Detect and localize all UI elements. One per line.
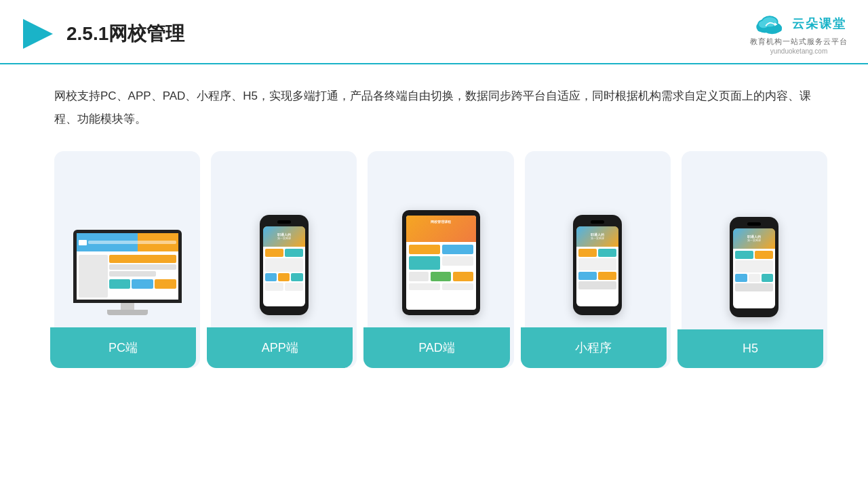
miniapp-phone-mockup: 职通人的 第一堂网课 (570, 215, 625, 315)
phone-block (265, 273, 277, 281)
tablet-row-2 (409, 256, 473, 270)
tablet-block (442, 283, 473, 290)
miniapp-card: 职通人的 第一堂网课 (525, 151, 671, 368)
pc-screen-outer (73, 230, 182, 303)
h5-block (735, 251, 753, 259)
logo-area: 云朵课堂 教育机构一站式服务云平台 yunduoketang.com (750, 12, 848, 55)
h5-phone-screen: 职通人的 第一堂网课 (733, 228, 775, 308)
h5-row-4 (735, 283, 773, 291)
pc-mockup (70, 230, 185, 315)
pc-label: PC端 (50, 327, 196, 368)
h5-screen-header: 职通人的 第一堂网课 (733, 228, 775, 249)
description-text: 网校支持PC、APP、PAD、小程序、H5，实现多端打通，产品各终端自由切换，数… (54, 85, 827, 131)
phone-row-3 (265, 273, 303, 281)
miniapp-block (578, 281, 616, 289)
phone-screen-body (263, 247, 305, 294)
page-header: 2.5.1网校管理 云朵课堂 教育机构一站式服务云平台 yunduoketang… (0, 0, 868, 64)
pad-image-area: 网校管理课程 (376, 165, 505, 315)
pc-card: PC端 (54, 151, 200, 368)
phone-row-2 (265, 258, 303, 272)
main-content: 网校支持PC、APP、PAD、小程序、H5，实现多端打通，产品各终端自由切换，数… (0, 64, 868, 382)
tablet-block (431, 272, 451, 281)
tablet-block (409, 245, 440, 254)
h5-screen-body (733, 249, 775, 295)
tablet-row-3 (409, 272, 473, 281)
logo-name: 云朵课堂 (792, 16, 846, 32)
logo-cloud: 云朵课堂 (751, 12, 846, 35)
h5-label: H5 (677, 329, 823, 368)
miniapp-row-1 (578, 249, 616, 257)
h5-phone-outer: 职通人的 第一堂网课 (730, 217, 778, 317)
pad-card: 网校管理课程 (368, 151, 513, 368)
h5-card: 职通人的 第一堂网课 (682, 151, 827, 368)
pc-image-area (62, 165, 192, 315)
tablet-screen: 网校管理课程 (406, 216, 476, 310)
miniapp-block (598, 272, 616, 280)
miniapp-phone-notch (591, 220, 604, 224)
h5-row-1 (735, 251, 773, 259)
tablet-block (442, 256, 473, 266)
phone-block (285, 249, 303, 257)
h5-block (735, 283, 773, 291)
h5-phone-notch (747, 222, 761, 226)
miniapp-block (578, 249, 597, 257)
logo-url: yunduoketang.com (770, 47, 828, 55)
h5-block (735, 274, 747, 282)
header-left: 2.5.1网校管理 (20, 16, 184, 52)
pc-neck (121, 303, 134, 310)
phone-block (265, 249, 283, 257)
tablet-block (409, 283, 440, 290)
miniapp-block (598, 249, 616, 257)
tablet-row-4 (409, 283, 473, 290)
phone-block (265, 258, 303, 272)
miniapp-phone-outer: 职通人的 第一堂网课 (573, 215, 622, 315)
app-image-area: 职通人的 第一堂网课 (219, 165, 349, 315)
play-icon (20, 16, 56, 52)
app-phone-mockup: 职通人的 第一堂网课 (257, 215, 311, 315)
miniapp-block (578, 272, 597, 280)
pad-label: PAD端 (363, 327, 509, 368)
miniapp-screen-header: 职通人的 第一堂网课 (576, 226, 618, 247)
pc-base (107, 310, 148, 315)
tablet-block (409, 272, 429, 281)
cloud-icon (751, 12, 788, 35)
miniapp-phone-screen: 职通人的 第一堂网课 (576, 226, 618, 306)
h5-row-3 (735, 274, 773, 282)
device-cards-container: PC端 职通人的 第一堂网课 (54, 151, 827, 368)
tablet-header: 网校管理课程 (406, 216, 476, 242)
h5-block (755, 251, 773, 259)
phone-block (291, 273, 302, 281)
phone-notch (277, 220, 291, 224)
phone-screen: 职通人的 第一堂网课 (263, 226, 305, 306)
h5-row-2 (735, 260, 773, 272)
page-title: 2.5.1网校管理 (66, 21, 184, 47)
phone-block (265, 283, 283, 291)
phone-row-4 (265, 283, 303, 291)
miniapp-screen-body (576, 247, 618, 293)
miniapp-row-3 (578, 272, 616, 280)
app-label: APP端 (207, 327, 353, 368)
phone-screen-header: 职通人的 第一堂网课 (263, 226, 305, 247)
pc-screen-content (77, 233, 178, 300)
miniapp-row-2 (578, 258, 616, 270)
svg-marker-0 (23, 19, 53, 49)
phone-block (278, 273, 290, 281)
tablet-outer: 网校管理课程 (402, 210, 480, 315)
h5-block (762, 274, 773, 282)
tablet-mockup: 网校管理课程 (400, 210, 481, 315)
phone-outer: 职通人的 第一堂网课 (260, 215, 309, 315)
h5-block (749, 274, 760, 282)
tablet-body (406, 242, 476, 293)
app-card: 职通人的 第一堂网课 (211, 151, 357, 368)
miniapp-label: 小程序 (521, 327, 667, 368)
miniapp-image-area: 职通人的 第一堂网课 (533, 165, 663, 315)
miniapp-row-4 (578, 281, 616, 289)
tablet-row-1 (409, 245, 473, 254)
h5-block (735, 260, 773, 272)
tablet-block (453, 272, 473, 281)
logo-tagline: 教育机构一站式服务云平台 (750, 37, 848, 47)
tablet-block (442, 245, 473, 254)
h5-image-area: 职通人的 第一堂网课 (690, 165, 819, 317)
miniapp-block (578, 258, 616, 270)
h5-phone-mockup: 职通人的 第一堂网课 (727, 217, 781, 317)
